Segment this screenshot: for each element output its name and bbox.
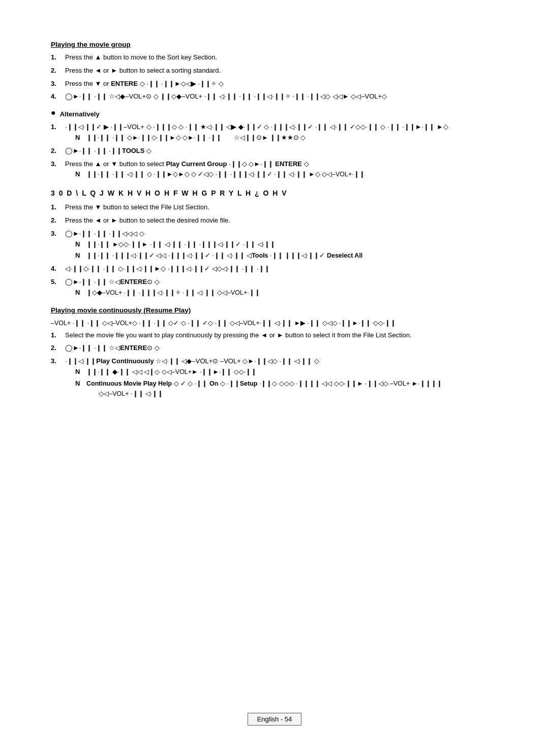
sub-n-line: N ❙◇◆–VOL+ ·❙❙ ·❙❙❙◁·❙❙✧ ·❙❙ ◁·❙❙ ◇◁–VOL…: [75, 288, 498, 298]
list-item-text: Press the ▼ button to select the File Li…: [65, 203, 209, 211]
list-item: Select the movie file you want to play c…: [51, 330, 498, 341]
list-item-text: ◯►·❙❙ ·❙❙ ☆◁ENTERE⊙ ◇: [65, 344, 160, 352]
list-item-text: Press the ▲ button to move to the Sort k…: [65, 53, 217, 61]
list-item: ·❙❙◁·❙❙✓ ▶ ·❙❙–VOL+ ◇ ·❙❙❙◇ ◇ ·❙❙ ★◁·❙❙ …: [51, 122, 498, 143]
list-item: ◯►·❙❙ ·❙❙ ☆◁ENTERE⊙ ◇ N ❙◇◆–VOL+ ·❙❙ ·❙❙…: [51, 277, 498, 298]
sub-n-line: N ❙❙·❙❙ ·❙❙ ◇►·❙❙◇·❙❙►◇ ◇►·❙❙ ·❙❙ ☆◁❙❙⊙►…: [75, 133, 498, 143]
n-text: ❙❙·❙❙ ◆·❙❙ ◁◁ ◁❙◇ ◇◁–VOL+► ·❙❙►·❙❙ ◇◇·❙❙: [86, 367, 498, 377]
list-item: Press the ◄ or ► button to select a sort…: [51, 66, 498, 76]
section-2-list: Press the ▼ button to select the File Li…: [51, 202, 498, 298]
n-text: ❙◇◆–VOL+ ·❙❙ ·❙❙❙◁·❙❙✧ ·❙❙ ◁·❙❙ ◇◁–VOL+·…: [86, 288, 498, 298]
sub-n-line: N Continuous Movie Play Help ◇ ✓ ◇ ·❙❙ O…: [75, 379, 498, 399]
list-item-text: Press the ▼ or ENTERE ◇ ·❙❙ ·❙❙►◇◁▶ ·❙❙✧…: [65, 80, 224, 87]
bullet-icon: ●: [51, 108, 56, 118]
alternatively-label: Alternatively: [60, 110, 100, 118]
sub-n-block: N ❙❙·❙❙ ◆·❙❙ ◁◁ ◁❙◇ ◇◁–VOL+► ·❙❙►·❙❙ ◇◇·…: [75, 367, 498, 399]
n-label: N: [75, 288, 86, 298]
n-label: N: [75, 250, 86, 261]
list-item: ·❙❙◁·❙❙Play Continuously ☆◁·❙❙ ◁◆–VOL+⊙ …: [51, 356, 498, 399]
list-item: ◯►·❙❙ ·❙❙ ☆◁ENTERE⊙ ◇: [51, 343, 498, 354]
alternatively-block: ● Alternatively: [51, 106, 498, 120]
section-title-2: 3 0 D \ L Q J W K H V H O H F W H G P R …: [51, 189, 498, 197]
page-number-badge: English - 54: [248, 713, 302, 726]
list-item-text: Press the ◄ or ► button to select a sort…: [65, 67, 221, 74]
list-item-text: ◯►·❙❙ ·❙❙ ☆◁◆–VOL+⊙ ◇ ❙❙◇◆–VOL+ ·❙❙ ◁·❙❙…: [65, 92, 387, 100]
page-container: Playing the movie group Press the ▲ butt…: [0, 0, 549, 756]
sub-n-block: N ❙❙·❙❙ ·❙❙ ◁·❙❙ ◇ ·❙❙►◇►◇ ◇ ✓◁◇ ·❙❙ ·❙❙…: [75, 169, 498, 180]
list-item: Press the ▼ or ENTERE ◇ ·❙❙ ·❙❙►◇◁▶ ·❙❙✧…: [51, 79, 498, 89]
list-item-text: ◯►·❙❙ ·❙❙ ☆◁ENTERE⊙ ◇: [65, 278, 160, 286]
footer: English - 54: [0, 713, 549, 726]
section-3-list: Select the movie file you want to play c…: [51, 330, 498, 399]
list-item: ◯►·❙❙ ·❙❙ ☆◁◆–VOL+⊙ ◇ ❙❙◇◆–VOL+ ·❙❙ ◁·❙❙…: [51, 91, 498, 102]
intro-text: –VOL+ ·❙❙ ·❙❙ ◇◁–VOL+◇ ·❙❙ ·❙❙ ◇✓ ◇ ·❙❙ …: [51, 318, 498, 328]
n-text: ❙❙·❙❙ ►◇◇·❙❙► ·❙❙ ◁·❙❙ ·❙❙ ·❙❙❙◁·❙❙✓ ·❙❙…: [86, 239, 498, 250]
n-label: N: [75, 239, 86, 250]
alternatively-list: ·❙❙◁·❙❙✓ ▶ ·❙❙–VOL+ ◇ ·❙❙❙◇ ◇ ·❙❙ ★◁·❙❙ …: [51, 122, 498, 180]
sub-n-line: N ❙❙·❙❙ ►◇◇·❙❙► ·❙❙ ◁·❙❙ ·❙❙ ·❙❙❙◁·❙❙✓ ·…: [75, 239, 498, 250]
list-item-text: ◯►·❙❙ ·❙❙ ·❙❙◁◁◁ ◇: [65, 230, 144, 237]
list-item: Press the ▲ button to move to the Sort k…: [51, 52, 498, 63]
section-title-3: Playing movie continuously (Resume Play): [51, 306, 498, 314]
sub-n-block: N ❙◇◆–VOL+ ·❙❙ ·❙❙❙◁·❙❙✧ ·❙❙ ◁·❙❙ ◇◁–VOL…: [75, 288, 498, 298]
n-text: ❙❙·❙❙ ·❙❙ ◁·❙❙ ◇ ·❙❙►◇►◇ ◇ ✓◁◇ ·❙❙ ·❙❙❙◁…: [86, 169, 498, 180]
section-playing-movie-group: Playing the movie group Press the ▲ butt…: [51, 41, 498, 180]
list-item-text: Select the movie file you want to play c…: [65, 331, 412, 339]
sub-n-block: N ❙❙·❙❙ ·❙❙ ◇►·❙❙◇·❙❙►◇ ◇►·❙❙ ·❙❙ ☆◁❙❙⊙►…: [75, 133, 498, 143]
n-text: ❙❙·❙❙ ·❙❙❙◁·❙❙✓ ◁◁ ·❙❙❙◁·❙❙✓ ·❙❙ ◁·❙❙ ◁T…: [86, 250, 498, 261]
sub-n-line: N ❙❙·❙❙ ◆·❙❙ ◁◁ ◁❙◇ ◇◁–VOL+► ·❙❙►·❙❙ ◇◇·…: [75, 367, 498, 377]
list-item: ◯►·❙❙ ·❙❙ ·❙❙◁◁◁ ◇ N ❙❙·❙❙ ►◇◇·❙❙► ·❙❙ ◁…: [51, 229, 498, 261]
list-item-text: ◁·❙❙◇·❙❙ ·❙❙ ◇·❙❙◁·❙❙►◇ ·❙❙❙◁·❙❙✓ ◁◇◁·❙❙…: [65, 265, 270, 272]
sub-n-line: N ❙❙·❙❙ ·❙❙ ◁·❙❙ ◇ ·❙❙►◇►◇ ◇ ✓◁◇ ·❙❙ ·❙❙…: [75, 169, 498, 180]
section-1-list: Press the ▲ button to move to the Sort k…: [51, 52, 498, 102]
n-label: N: [75, 379, 86, 399]
list-item: Press the ▲ or ▼ button to select Play C…: [51, 159, 498, 180]
section-resume-play: Playing movie continuously (Resume Play)…: [51, 306, 498, 399]
n-text: ❙❙·❙❙ ·❙❙ ◇►·❙❙◇·❙❙►◇ ◇►·❙❙ ·❙❙ ☆◁❙❙⊙► ❙…: [86, 133, 498, 143]
n-label: N: [75, 367, 86, 377]
list-item-text: ◯►·❙❙ ·❙❙ ·❙❙TOOLS ◇: [65, 147, 151, 154]
sub-n-block: N ❙❙·❙❙ ►◇◇·❙❙► ·❙❙ ◁·❙❙ ·❙❙ ·❙❙❙◁·❙❙✓ ·…: [75, 239, 498, 262]
section-title-1: Playing the movie group: [51, 41, 498, 48]
list-item-text: Press the ▲ or ▼ button to select Play C…: [65, 160, 309, 168]
list-item: ◁·❙❙◇·❙❙ ·❙❙ ◇·❙❙◁·❙❙►◇ ·❙❙❙◁·❙❙✓ ◁◇◁·❙❙…: [51, 264, 498, 274]
list-item: ◯►·❙❙ ·❙❙ ·❙❙TOOLS ◇: [51, 146, 498, 156]
section-selected-movies: 3 0 D \ L Q J W K H V H O H F W H G P R …: [51, 189, 498, 298]
list-item-text: ·❙❙◁·❙❙Play Continuously ☆◁·❙❙ ◁◆–VOL+⊙ …: [65, 357, 319, 365]
list-item-text: ·❙❙◁·❙❙✓ ▶ ·❙❙–VOL+ ◇ ·❙❙❙◇ ◇ ·❙❙ ★◁·❙❙ …: [65, 123, 448, 131]
list-item-text: Press the ◄ or ► button to select the de…: [65, 216, 230, 224]
list-item: Press the ◄ or ► button to select the de…: [51, 215, 498, 226]
n-label: N: [75, 133, 86, 143]
n-label: N: [75, 169, 86, 180]
n-text: Continuous Movie Play Help ◇ ✓ ◇ ·❙❙ On …: [86, 379, 498, 399]
list-item: Press the ▼ button to select the File Li…: [51, 202, 498, 213]
sub-n-line: N ❙❙·❙❙ ·❙❙❙◁·❙❙✓ ◁◁ ·❙❙❙◁·❙❙✓ ·❙❙ ◁·❙❙ …: [75, 250, 498, 261]
